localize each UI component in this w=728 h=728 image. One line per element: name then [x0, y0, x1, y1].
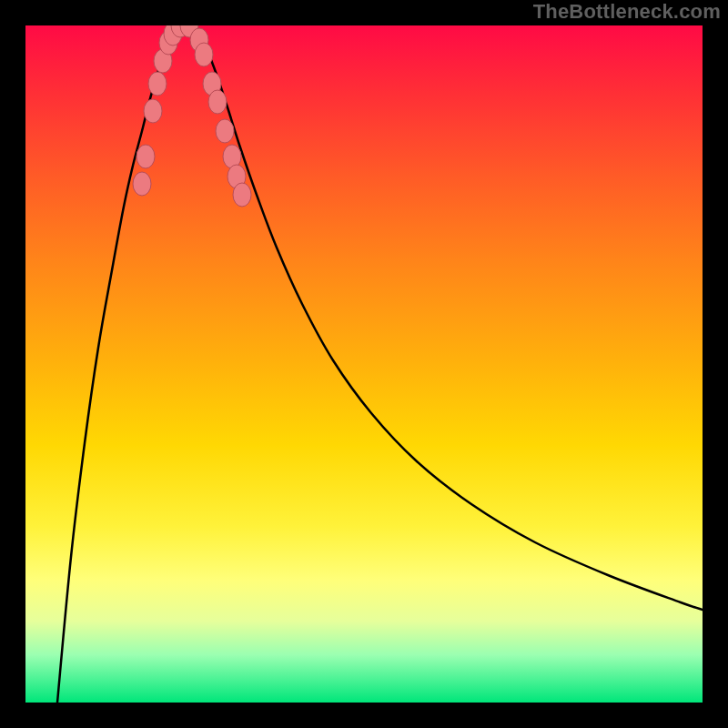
data-marker [136, 145, 155, 168]
data-marker [233, 183, 251, 207]
data-marker [208, 90, 227, 114]
curve-segment [189, 25, 703, 610]
data-marker [144, 99, 162, 123]
bottleneck-curve [25, 25, 703, 703]
data-marker [216, 119, 234, 143]
data-marker [133, 172, 151, 196]
plot-area [25, 25, 703, 703]
data-marker [148, 72, 167, 96]
curve-segment [57, 25, 180, 703]
chart-frame: TheBottleneck.com [0, 0, 728, 728]
data-marker [195, 43, 213, 66]
watermark-text: TheBottleneck.com [533, 0, 721, 24]
